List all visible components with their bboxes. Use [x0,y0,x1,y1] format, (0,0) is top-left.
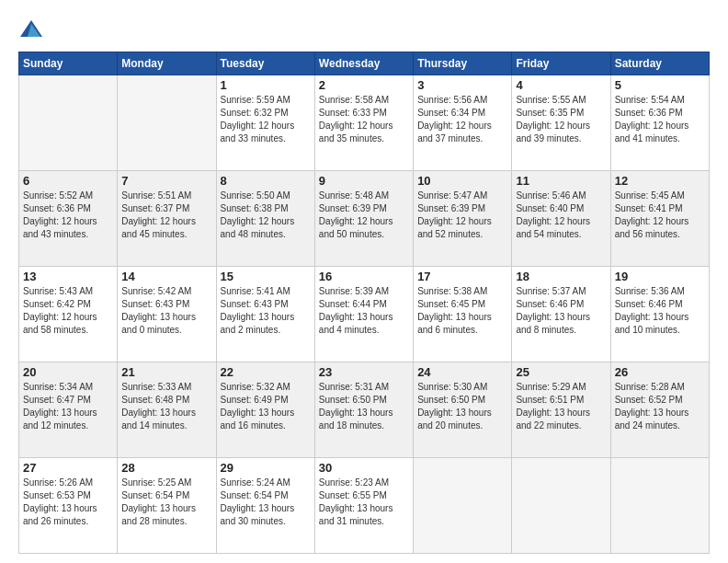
day-info: Sunrise: 5:31 AM Sunset: 6:50 PM Dayligh… [319,381,409,432]
calendar-cell: 1Sunrise: 5:59 AM Sunset: 6:32 PM Daylig… [216,75,314,171]
day-number: 27 [23,461,113,475]
day-info: Sunrise: 5:23 AM Sunset: 6:55 PM Dayligh… [319,477,409,528]
day-number: 23 [319,365,409,379]
calendar-week-row: 13Sunrise: 5:43 AM Sunset: 6:42 PM Dayli… [19,267,710,362]
day-info: Sunrise: 5:37 AM Sunset: 6:46 PM Dayligh… [516,285,606,337]
day-info: Sunrise: 5:48 AM Sunset: 6:39 PM Dayligh… [319,190,409,241]
calendar-cell: 24Sunrise: 5:30 AM Sunset: 6:50 PM Dayli… [414,362,512,458]
calendar-week-row: 6Sunrise: 5:52 AM Sunset: 6:36 PM Daylig… [19,171,710,267]
calendar-cell: 19Sunrise: 5:36 AM Sunset: 6:46 PM Dayli… [610,267,709,362]
day-number: 18 [516,270,606,283]
day-number: 3 [417,78,507,92]
calendar-cell: 26Sunrise: 5:28 AM Sunset: 6:52 PM Dayli… [610,362,709,458]
day-info: Sunrise: 5:33 AM Sunset: 6:48 PM Dayligh… [121,381,211,432]
day-number: 22 [221,365,311,379]
calendar-cell: 25Sunrise: 5:29 AM Sunset: 6:51 PM Dayli… [512,362,610,458]
calendar-cell: 14Sunrise: 5:42 AM Sunset: 6:43 PM Dayli… [118,267,216,362]
day-number: 2 [319,78,409,92]
day-number: 4 [516,78,606,92]
day-number: 8 [221,174,311,188]
day-info: Sunrise: 5:36 AM Sunset: 6:46 PM Dayligh… [615,285,705,337]
day-number: 21 [121,365,211,379]
calendar-week-row: 20Sunrise: 5:34 AM Sunset: 6:47 PM Dayli… [19,362,710,458]
calendar-cell: 15Sunrise: 5:41 AM Sunset: 6:43 PM Dayli… [216,267,314,362]
day-number: 15 [221,270,311,283]
calendar-cell: 2Sunrise: 5:58 AM Sunset: 6:33 PM Daylig… [314,75,413,171]
day-number: 5 [615,78,705,92]
day-number: 29 [221,461,311,475]
day-number: 7 [121,174,211,188]
header [18,17,710,42]
calendar-cell: 23Sunrise: 5:31 AM Sunset: 6:50 PM Dayli… [314,362,413,458]
calendar-cell: 4Sunrise: 5:55 AM Sunset: 6:35 PM Daylig… [512,75,610,171]
day-info: Sunrise: 5:50 AM Sunset: 6:38 PM Dayligh… [221,190,311,241]
calendar-cell: 29Sunrise: 5:24 AM Sunset: 6:54 PM Dayli… [216,458,314,554]
calendar-cell [610,458,709,554]
weekday-header-row: SundayMondayTuesdayWednesdayThursdayFrid… [19,52,710,75]
logo [18,17,48,42]
day-number: 11 [516,174,606,188]
calendar-cell [414,458,512,554]
day-info: Sunrise: 5:59 AM Sunset: 6:32 PM Dayligh… [221,94,311,145]
day-info: Sunrise: 5:24 AM Sunset: 6:54 PM Dayligh… [221,477,311,528]
day-info: Sunrise: 5:30 AM Sunset: 6:50 PM Dayligh… [417,381,507,432]
calendar-cell: 8Sunrise: 5:50 AM Sunset: 6:38 PM Daylig… [216,171,314,267]
calendar-cell: 21Sunrise: 5:33 AM Sunset: 6:48 PM Dayli… [118,362,216,458]
day-info: Sunrise: 5:28 AM Sunset: 6:52 PM Dayligh… [615,381,705,432]
calendar-cell [118,75,216,171]
calendar-cell: 18Sunrise: 5:37 AM Sunset: 6:46 PM Dayli… [512,267,610,362]
day-info: Sunrise: 5:56 AM Sunset: 6:34 PM Dayligh… [417,94,507,145]
calendar-cell: 22Sunrise: 5:32 AM Sunset: 6:49 PM Dayli… [216,362,314,458]
weekday-header-wednesday: Wednesday [314,52,413,75]
day-info: Sunrise: 5:32 AM Sunset: 6:49 PM Dayligh… [221,381,311,432]
day-info: Sunrise: 5:51 AM Sunset: 6:37 PM Dayligh… [121,190,211,241]
calendar-cell: 9Sunrise: 5:48 AM Sunset: 6:39 PM Daylig… [314,171,413,267]
day-number: 14 [121,270,211,283]
day-number: 10 [417,174,507,188]
day-number: 1 [221,78,311,92]
day-number: 17 [417,270,507,283]
calendar-cell [19,75,118,171]
calendar-cell: 3Sunrise: 5:56 AM Sunset: 6:34 PM Daylig… [414,75,512,171]
day-number: 28 [121,461,211,475]
day-info: Sunrise: 5:43 AM Sunset: 6:42 PM Dayligh… [23,285,113,337]
weekday-header-friday: Friday [512,52,610,75]
calendar-cell: 20Sunrise: 5:34 AM Sunset: 6:47 PM Dayli… [19,362,118,458]
day-info: Sunrise: 5:25 AM Sunset: 6:54 PM Dayligh… [121,477,211,528]
calendar-cell: 17Sunrise: 5:38 AM Sunset: 6:45 PM Dayli… [414,267,512,362]
calendar-cell: 30Sunrise: 5:23 AM Sunset: 6:55 PM Dayli… [314,458,413,554]
day-info: Sunrise: 5:54 AM Sunset: 6:36 PM Dayligh… [615,94,705,145]
weekday-header-saturday: Saturday [610,52,709,75]
day-info: Sunrise: 5:58 AM Sunset: 6:33 PM Dayligh… [319,94,409,145]
day-info: Sunrise: 5:38 AM Sunset: 6:45 PM Dayligh… [417,285,507,337]
day-info: Sunrise: 5:34 AM Sunset: 6:47 PM Dayligh… [23,381,113,432]
logo-icon [18,17,44,42]
day-info: Sunrise: 5:45 AM Sunset: 6:41 PM Dayligh… [615,190,705,241]
day-info: Sunrise: 5:55 AM Sunset: 6:35 PM Dayligh… [516,94,606,145]
calendar-cell: 10Sunrise: 5:47 AM Sunset: 6:39 PM Dayli… [414,171,512,267]
calendar: SundayMondayTuesdayWednesdayThursdayFrid… [18,52,710,554]
weekday-header-tuesday: Tuesday [216,52,314,75]
day-number: 16 [319,270,409,283]
calendar-cell: 5Sunrise: 5:54 AM Sunset: 6:36 PM Daylig… [610,75,709,171]
calendar-cell [512,458,610,554]
calendar-cell: 11Sunrise: 5:46 AM Sunset: 6:40 PM Dayli… [512,171,610,267]
day-number: 12 [615,174,705,188]
weekday-header-monday: Monday [118,52,216,75]
day-info: Sunrise: 5:42 AM Sunset: 6:43 PM Dayligh… [121,285,211,337]
day-info: Sunrise: 5:52 AM Sunset: 6:36 PM Dayligh… [23,190,113,241]
day-number: 9 [319,174,409,188]
day-number: 24 [417,365,507,379]
calendar-cell: 27Sunrise: 5:26 AM Sunset: 6:53 PM Dayli… [19,458,118,554]
calendar-cell: 6Sunrise: 5:52 AM Sunset: 6:36 PM Daylig… [19,171,118,267]
calendar-week-row: 1Sunrise: 5:59 AM Sunset: 6:32 PM Daylig… [19,75,710,171]
day-number: 20 [23,365,113,379]
day-number: 6 [23,174,113,188]
page: SundayMondayTuesdayWednesdayThursdayFrid… [0,0,728,563]
day-info: Sunrise: 5:26 AM Sunset: 6:53 PM Dayligh… [23,477,113,528]
day-number: 13 [23,270,113,283]
calendar-cell: 7Sunrise: 5:51 AM Sunset: 6:37 PM Daylig… [118,171,216,267]
day-number: 19 [615,270,705,283]
calendar-week-row: 27Sunrise: 5:26 AM Sunset: 6:53 PM Dayli… [19,458,710,554]
day-info: Sunrise: 5:46 AM Sunset: 6:40 PM Dayligh… [516,190,606,241]
